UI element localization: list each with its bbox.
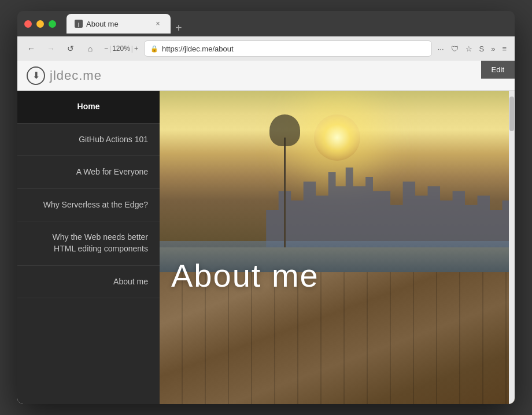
- sun-glow: [314, 114, 360, 161]
- refresh-button[interactable]: ↺: [62, 40, 79, 57]
- menu-button[interactable]: ≡: [500, 43, 509, 54]
- address-bar: ← → ↺ ⌂ − | 120% | + 🔒 https://jldec.me/…: [17, 36, 515, 61]
- hero-sky: [160, 91, 515, 247]
- url-bar[interactable]: 🔒 https://jldec.me/about: [144, 40, 432, 57]
- hero-section: About me: [160, 91, 515, 404]
- zoom-level: 120%: [112, 45, 130, 53]
- nav-item-about-me[interactable]: About me: [17, 266, 160, 299]
- logo-icon: ⬇: [27, 66, 45, 85]
- site-header: ⬇ jldec.me Edit: [17, 61, 515, 91]
- nav-item-html-editing[interactable]: Why the Web needs better HTML editing co…: [17, 221, 160, 265]
- browser-window: j About me × + ← → ↺ ⌂ − | 120% | + 🔒 ht…: [17, 11, 515, 404]
- more-button[interactable]: ···: [435, 43, 446, 54]
- site-nav: Home GitHub Actions 101 A Web for Everyo…: [17, 91, 160, 404]
- zoom-indicator: − | 120% | +: [102, 45, 141, 53]
- home-button[interactable]: ⌂: [82, 40, 98, 57]
- close-window-button[interactable]: [24, 20, 32, 28]
- url-text: https://jldec.me/about: [162, 45, 426, 53]
- bookmark-button[interactable]: ☆: [463, 43, 475, 54]
- site-body: Home GitHub Actions 101 A Web for Everyo…: [17, 91, 515, 404]
- url-actions: ··· 🛡 ☆ S » ≡: [435, 43, 509, 54]
- security-lock-icon: 🔒: [150, 45, 158, 53]
- maximize-window-button[interactable]: [49, 20, 56, 28]
- edit-button[interactable]: Edit: [481, 61, 515, 79]
- back-button[interactable]: ←: [23, 40, 39, 57]
- zoom-plus: +: [134, 45, 138, 53]
- new-tab-button[interactable]: +: [171, 22, 187, 34]
- sync-button[interactable]: S: [477, 43, 487, 54]
- tree-silhouette: [284, 138, 286, 247]
- minimize-window-button[interactable]: [36, 20, 44, 28]
- scrollbar-thumb[interactable]: [509, 97, 514, 131]
- active-tab[interactable]: j About me ×: [66, 14, 171, 34]
- nav-item-home[interactable]: Home: [17, 91, 160, 124]
- site-name: jldec.me: [50, 68, 102, 83]
- nav-item-web-for-everyone[interactable]: A Web for Everyone: [17, 156, 160, 189]
- nav-item-github-actions[interactable]: GitHub Actions 101: [17, 124, 160, 157]
- scrollbar[interactable]: [509, 91, 515, 404]
- tab-bar: j About me × +: [66, 14, 508, 34]
- hero-title: About me: [171, 257, 319, 294]
- zoom-minus: −: [104, 45, 108, 53]
- hero-background: About me: [160, 91, 515, 404]
- download-icon: ⬇: [32, 70, 40, 81]
- city-silhouette: [266, 153, 515, 247]
- overflow-button[interactable]: »: [489, 43, 497, 54]
- nav-item-serverless-edge[interactable]: Why Serverless at the Edge?: [17, 189, 160, 222]
- forward-button[interactable]: →: [43, 40, 59, 57]
- page-content: ⬇ jldec.me Edit Home GitHub Actions 101 …: [17, 61, 515, 404]
- tab-favicon: j: [75, 20, 83, 28]
- shield-button[interactable]: 🛡: [449, 43, 461, 54]
- site-logo: ⬇ jldec.me: [27, 66, 102, 85]
- tab-close-button[interactable]: ×: [153, 19, 162, 28]
- title-bar: j About me × +: [17, 11, 515, 36]
- tab-title: About me: [86, 20, 150, 28]
- window-controls: [24, 20, 56, 28]
